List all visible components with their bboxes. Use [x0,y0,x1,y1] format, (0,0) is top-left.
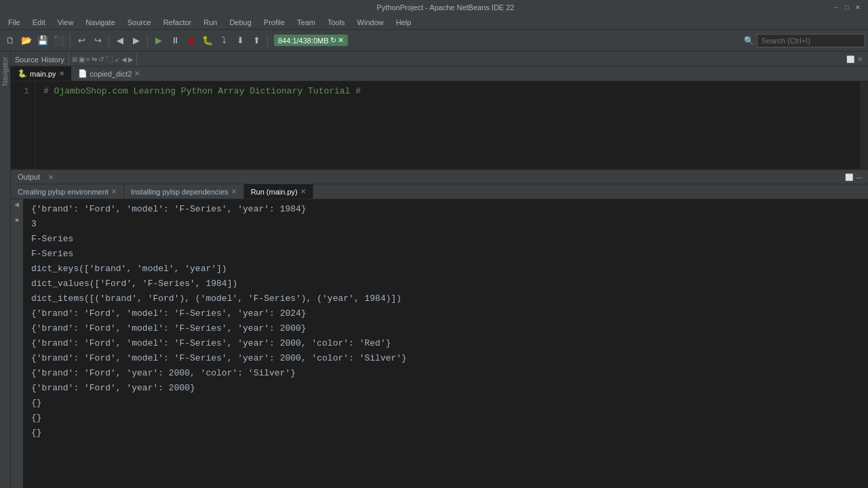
menu-tools[interactable]: Tools [322,17,351,28]
navigator-icon[interactable]: Navigator [1,57,9,86]
output-line: {'brand': 'Ford', 'model': 'F-Series', '… [31,306,860,321]
output-line: F-Series [31,247,860,262]
center-area: Source History ⊞ ▣ ≡ ⇆ ↺ ⬛ ↙ ◀ ▶ ⬜ ✕ � [11,52,868,488]
close-run-tab[interactable]: ✕ [300,188,306,195]
maximize-button[interactable]: □ [842,3,852,12]
pause-button[interactable]: ⏸ [167,33,182,48]
output-line: {} [31,396,860,411]
menu-window[interactable]: Window [352,17,389,28]
toolbar-icon-6[interactable]: ⬛ [105,56,113,63]
stop-small-icon[interactable]: ✕ [338,36,344,45]
output-min-icon[interactable]: — [856,174,863,181]
menu-team[interactable]: Team [292,17,321,28]
step-over-button[interactable]: ⤵ [216,33,231,48]
output-line: {'brand': 'Ford', 'year': 2000} [31,381,860,396]
menu-view[interactable]: View [52,17,79,28]
toolbar-icon-1[interactable]: ⊞ [72,56,77,63]
search-bar-area: 🔍 [744,34,865,47]
output-line: {'brand': 'Ford', 'model': 'F-Series', '… [31,321,860,336]
minimize-button[interactable]: − [831,3,841,12]
toolbar-sep-1 [70,35,71,47]
editor-scrollbar[interactable] [860,81,868,169]
refresh-icon[interactable]: ↻ [330,36,336,45]
output-line: dict_keys(['brand', 'model', 'year']) [31,262,860,277]
editor-tab-bar: Source History ⊞ ▣ ≡ ⇆ ↺ ⬛ ↙ ◀ ▶ ⬜ ✕ [11,52,868,66]
redo-button[interactable]: ↪ [90,33,105,48]
undo-button[interactable]: ↩ [74,33,89,48]
editor-close-icon[interactable]: ✕ [857,56,863,63]
toolbar: 🗋 📂 💾 ⬛ ↩ ↪ ◀ ▶ ▶ ⏸ ■ 🐛 ⤵ ⬇ ⬆ 844:1/438:… [0,30,868,52]
save-button[interactable]: 💾 [35,33,50,48]
debug-button[interactable]: 🐛 [200,33,215,48]
output-expand-icon[interactable]: ⬜ [845,174,853,181]
output-line: {'brand': 'Ford', 'model': 'F-Series', '… [31,202,860,217]
output-line: dict_items([('brand', 'Ford'), ('model',… [31,291,860,306]
search-input[interactable] [757,34,865,47]
tab-main-py[interactable]: 🐍 main.py ✕ [11,66,71,81]
output-content[interactable]: {'brand': 'Ford', 'model': 'F-Series', '… [23,199,868,488]
tab-run-main[interactable]: Run (main.py) ✕ [244,184,313,199]
output-area: ▶ ■ {'brand': 'Ford', 'model': 'F-Series… [11,199,868,488]
sub-tab-bar: 🐍 main.py ✕ 📄 copied_dict2 ✕ [11,66,868,81]
run-group[interactable]: 844:1/438:0MB ↻ ✕ [274,35,348,46]
output-panel-title: Output [11,173,47,181]
menu-debug[interactable]: Debug [224,17,256,28]
toolbar-icon-3[interactable]: ≡ [86,56,90,63]
output-tab-bar: Creating pylsp environment ✕ Installing … [11,184,868,199]
output-line: {} [31,426,860,441]
line-numbers: 1 [11,81,35,169]
window-title: PythonProject - Apache NetBeans IDE 22 [60,3,831,12]
window-controls: − □ ✕ [831,3,863,12]
run-group-label: 844:1/438:0MB [278,37,329,45]
menu-source[interactable]: Source [122,17,157,28]
toolbar-icon-8[interactable]: ◀ [121,56,127,63]
code-line-1: # OjamboShop.com Learning Python Array D… [43,86,361,96]
tab-creating-pylsp[interactable]: Creating pylsp environment ✕ [11,184,124,199]
editor-area: 1 # OjamboShop.com Learning Python Array… [11,81,868,169]
run-button[interactable]: ▶ [151,33,166,48]
menu-refactor[interactable]: Refactor [158,17,197,28]
output-line: {} [31,411,860,426]
editor-expand-icon[interactable]: ⬜ [846,56,854,63]
close-main-py[interactable]: ✕ [59,70,64,77]
close-button[interactable]: ✕ [853,3,863,12]
forward-button[interactable]: ▶ [129,33,144,48]
close-pylsp-tab[interactable]: ✕ [111,188,117,195]
stop-label: ■ [14,217,20,224]
close-installing-tab[interactable]: ✕ [231,188,237,195]
title-bar: PythonProject - Apache NetBeans IDE 22 −… [0,0,868,15]
toolbar-icon-7[interactable]: ↙ [115,56,120,63]
menu-edit[interactable]: Edit [27,17,51,28]
menu-bar: File Edit View Navigate Source Refactor … [0,15,868,30]
toolbar-icon-4[interactable]: ⇆ [92,56,97,63]
save-all-button[interactable]: ⬛ [52,33,66,48]
tab-installing-pylsp[interactable]: Installing pylsp dependencies ✕ [124,184,244,199]
stop-button[interactable]: ■ [184,33,199,48]
step-out-button[interactable]: ⬆ [249,33,264,48]
toolbar-icon-5[interactable]: ↺ [98,56,104,63]
toolbar-icon-2[interactable]: ▣ [79,56,85,63]
output-line: dict_values(['Ford', 'F-Series', 1984]) [31,277,860,291]
menu-file[interactable]: File [3,17,26,28]
tab-copied-dict2[interactable]: 📄 copied_dict2 ✕ [71,66,147,81]
menu-profile[interactable]: Profile [258,17,290,28]
output-line: 3 [31,217,860,232]
back-button[interactable]: ◀ [113,33,127,48]
source-button[interactable]: Source [15,56,39,64]
new-project-button[interactable]: 🗋 [3,33,18,48]
toolbar-icon-9[interactable]: ▶ [128,56,134,63]
close-copied-dict2[interactable]: ✕ [134,70,140,77]
menu-help[interactable]: Help [391,17,417,28]
output-side-panel: ▶ ■ [11,199,23,488]
open-project-button[interactable]: 📂 [19,33,34,48]
history-button[interactable]: History [41,56,64,64]
outer-layout: Navigator Source History ⊞ ▣ ≡ ⇆ ↺ ⬛ ↙ ◀… [0,52,868,488]
menu-navigate[interactable]: Navigate [80,17,120,28]
toolbar-sep-4 [267,35,268,47]
toolbar-sep-2 [108,35,109,47]
close-output-panel[interactable]: ✕ [48,174,54,181]
code-editor[interactable]: # OjamboShop.com Learning Python Array D… [35,81,860,169]
menu-run[interactable]: Run [198,17,222,28]
search-icon: 🔍 [744,36,754,45]
step-into-button[interactable]: ⬇ [233,33,248,48]
